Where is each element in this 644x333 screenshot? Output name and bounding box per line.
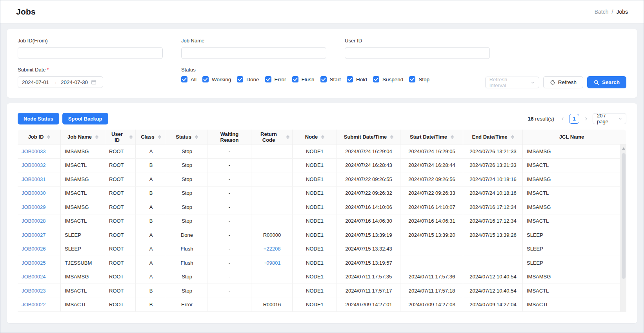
checkbox-checked-icon[interactable] <box>320 76 327 82</box>
column-header-end-date-time[interactable]: End Date/Time <box>463 130 523 145</box>
column-header-job-name[interactable]: Job Name <box>61 130 105 145</box>
job-id-link[interactable]: JOB00022 <box>22 302 45 307</box>
table-row: JOB00028IMSACTLROOTBStop-NODE12024/07/16… <box>18 214 620 229</box>
cell-job-id: JOB00022 <box>18 298 61 312</box>
table-vertical-scrollbar[interactable] <box>620 145 626 312</box>
node-status-button[interactable]: Node Status <box>18 113 59 124</box>
status-checkbox-suspend[interactable]: Suspend <box>373 76 403 82</box>
job-id-link[interactable]: JOB00024 <box>22 274 45 280</box>
status-checkbox-label: Working <box>212 77 231 82</box>
checkbox-checked-icon[interactable] <box>265 76 271 82</box>
status-checkbox-working[interactable]: Working <box>202 76 231 82</box>
status-checkbox-label: Start <box>330 77 341 82</box>
checkbox-checked-icon[interactable] <box>237 76 243 82</box>
submit-date-range-picker[interactable]: 2024-07-01 → 2024-07-30 <box>18 76 103 88</box>
checkbox-checked-icon[interactable] <box>409 76 415 82</box>
column-header-class[interactable]: Class <box>136 130 166 145</box>
job-id-link[interactable]: JOB00026 <box>22 246 45 252</box>
job-id-link[interactable]: JOB00032 <box>22 162 45 168</box>
breadcrumb-separator: / <box>612 9 613 15</box>
page-size-select[interactable]: 20 / page <box>593 113 626 124</box>
date-to-value[interactable]: 2024-07-30 <box>61 79 88 85</box>
job-name-field-group: Job Name <box>181 38 345 59</box>
cell-node: NODE1 <box>293 187 337 201</box>
cell-return-code: +22208 <box>251 242 293 256</box>
cell-submit: 2024/07/16 14:10:06 <box>337 200 400 214</box>
checkbox-checked-icon[interactable] <box>292 76 298 82</box>
sort-icon[interactable] <box>129 135 133 139</box>
page-number-button[interactable]: 1 <box>569 114 579 124</box>
cell-job-id: JOB00028 <box>18 214 61 229</box>
scrollbar-up-arrow-icon[interactable] <box>622 147 625 150</box>
job-id-link[interactable]: JOB00031 <box>22 176 45 182</box>
column-header-return-code[interactable]: Return Code <box>251 130 293 145</box>
job-id-input[interactable] <box>18 47 163 59</box>
checkbox-checked-icon[interactable] <box>202 76 209 82</box>
job-id-link[interactable]: JOB00027 <box>22 232 45 238</box>
table-actions: Node Status Spool Backup <box>18 113 108 124</box>
column-header-status[interactable]: Status <box>166 130 207 145</box>
cell-class: A <box>136 200 166 214</box>
status-checkbox-done[interactable]: Done <box>237 76 259 82</box>
return-code-link[interactable]: +09801 <box>264 260 281 266</box>
cell-jcl: IMSACTL <box>523 159 620 173</box>
job-id-link[interactable]: JOB00030 <box>22 190 45 196</box>
job-id-link[interactable]: JOB00029 <box>22 204 45 210</box>
refresh-interval-select[interactable]: Refresh Interval <box>485 77 539 88</box>
status-checkbox-hold[interactable]: Hold <box>347 76 367 82</box>
column-header-label: Node <box>305 134 318 140</box>
column-header-start-date-time[interactable]: Start Date/Time <box>400 130 463 145</box>
job-id-link[interactable]: JOB00028 <box>22 218 45 224</box>
cell-waiting-reason: - <box>207 159 251 173</box>
sort-icon[interactable] <box>451 135 454 139</box>
sort-icon[interactable] <box>511 135 514 139</box>
sort-icon[interactable] <box>321 135 324 139</box>
cell-user-id: ROOT <box>105 214 136 229</box>
scrollbar-thumb[interactable] <box>622 153 626 279</box>
column-header-node[interactable]: Node <box>293 130 337 145</box>
column-header-user-id[interactable]: User ID <box>105 130 136 145</box>
status-checkbox-label: Hold <box>356 77 367 82</box>
job-id-link[interactable]: JOB00033 <box>22 148 45 154</box>
user-id-input[interactable] <box>345 47 490 59</box>
page-content: Job ID(From) Job Name User ID Submit Dat… <box>0 24 644 323</box>
column-header-job-id[interactable]: Job ID <box>18 130 61 145</box>
job-id-link[interactable]: JOB00025 <box>22 260 45 266</box>
column-header-submit-date-time[interactable]: Submit Date/Time <box>337 130 400 145</box>
cell-waiting-reason: - <box>207 256 251 270</box>
next-page-button[interactable] <box>583 114 589 123</box>
sort-icon[interactable] <box>158 135 161 139</box>
sort-icon[interactable] <box>390 135 393 139</box>
cell-status: Stop <box>166 145 207 159</box>
status-checkbox-label: Suspend <box>382 77 403 82</box>
status-checkbox-error[interactable]: Error <box>265 76 286 82</box>
status-checkbox-flush[interactable]: Flush <box>292 76 315 82</box>
prev-page-button[interactable] <box>559 114 566 123</box>
calendar-icon[interactable] <box>91 79 96 85</box>
table-header-row: Job IDJob NameUser IDClassStatusWaiting … <box>18 130 620 145</box>
cell-status: Stop <box>166 187 207 201</box>
job-id-link[interactable]: JOB00023 <box>22 288 45 294</box>
spool-backup-button[interactable]: Spool Backup <box>62 113 108 124</box>
cell-waiting-reason: - <box>207 284 251 298</box>
checkbox-checked-icon[interactable] <box>181 76 187 82</box>
sort-icon[interactable] <box>195 135 198 139</box>
job-name-input[interactable] <box>181 47 326 59</box>
date-from-value[interactable]: 2024-07-01 <box>22 79 49 85</box>
return-code-link[interactable]: +22208 <box>264 246 281 252</box>
checkbox-checked-icon[interactable] <box>373 76 379 82</box>
cell-job-id: JOB00027 <box>18 228 61 242</box>
cell-start <box>400 256 463 270</box>
status-checkbox-all[interactable]: All <box>181 76 196 82</box>
refresh-button-label: Refresh <box>558 79 577 85</box>
status-checkbox-start[interactable]: Start <box>320 76 341 82</box>
search-button[interactable]: Search <box>587 76 626 88</box>
breadcrumb-parent[interactable]: Batch <box>595 9 609 15</box>
cell-start: 2024/07/24 16:29:05 <box>400 145 463 159</box>
sort-icon[interactable] <box>95 135 98 139</box>
sort-icon[interactable] <box>286 135 289 139</box>
refresh-button[interactable]: Refresh <box>543 76 583 88</box>
sort-icon[interactable] <box>47 135 50 139</box>
checkbox-checked-icon[interactable] <box>347 76 353 82</box>
status-checkbox-stop[interactable]: Stop <box>409 76 429 82</box>
